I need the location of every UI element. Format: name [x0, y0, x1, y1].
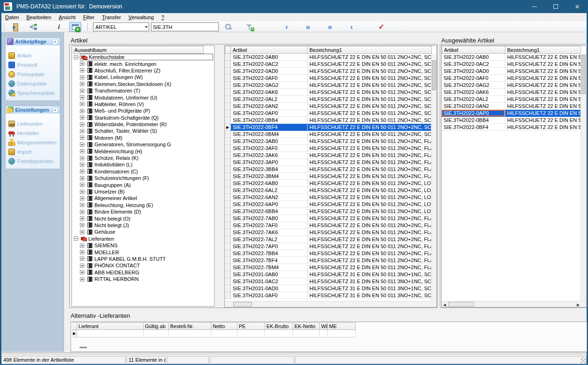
- selected-table-hscrollbar[interactable]: ◀ ▶: [442, 301, 581, 307]
- expander-icon[interactable]: −: [74, 236, 78, 241]
- menu-item-ansicht[interactable]: Ansicht: [55, 14, 79, 21]
- table-row[interactable]: SIE.3TH2022-7AL2HILFSSCHUETZ 22 E DIN EN…: [225, 236, 437, 243]
- tree-node[interactable]: +Nicht belegt (O): [72, 215, 214, 222]
- artikel-table-hscrollbar[interactable]: [225, 301, 432, 307]
- table-row[interactable]: SIE.3TH2022-3AP0HILFSSCHUETZ 22 E DIN EN…: [225, 159, 437, 166]
- sidebar-item-datenupdate[interactable]: Datenupdate: [8, 79, 60, 88]
- tree-node[interactable]: +MOELLER: [72, 249, 214, 255]
- table-row[interactable]: SIE.3TH2022-6AB0HILFSSCHUETZ 22 E DIN EN…: [225, 180, 437, 187]
- tree-node[interactable]: +LAPP KABEL G.M.B.H. STUTT: [72, 256, 214, 262]
- tree-column-header[interactable]: Auswahlbaum: [72, 46, 204, 54]
- tree-node[interactable]: +RITTAL HERBORN: [72, 276, 214, 282]
- move-all-right-button[interactable]: »: [302, 22, 314, 32]
- table-row[interactable]: SIE.3TH2022-0AG2HILFSSCHUETZ 22 E DIN EN…: [442, 82, 586, 89]
- resize-grip-icon[interactable]: [581, 358, 586, 363]
- info-button[interactable]: i: [53, 22, 65, 32]
- vscrollbar-thumb[interactable]: [432, 60, 436, 90]
- tree-node[interactable]: +Gehäuse: [72, 229, 214, 235]
- sidebar-item-hersteller[interactable]: Hersteller: [8, 129, 60, 138]
- move-left-button[interactable]: ‹: [345, 22, 358, 32]
- table-row[interactable]: SIE.3TH2022-3AK6HILFSSCHUETZ 22 E DIN EN…: [225, 152, 437, 159]
- table-row[interactable]: SIE.3TH2022-7AF0HILFSSCHUETZ 22 E DIN EN…: [225, 222, 437, 229]
- table-row[interactable]: SIE.3TH2022-0AC2HILFSSCHUETZ 22 E DIN EN…: [442, 61, 586, 68]
- tree-node[interactable]: +Baugruppen (A): [72, 181, 214, 188]
- selected-table-vscrollbar[interactable]: [581, 54, 586, 301]
- sidebar-item-protokoll[interactable]: Protokoll: [8, 60, 60, 70]
- tree-node[interactable]: +Modulatoren, Umformer (U): [72, 94, 214, 100]
- tree-node[interactable]: +Nicht belegt (J): [72, 222, 214, 229]
- tree-node[interactable]: +Motoren (M): [72, 135, 214, 141]
- move-all-left-button[interactable]: «: [324, 22, 336, 32]
- expander-icon[interactable]: +: [80, 196, 84, 200]
- hscrollbar-thumb[interactable]: [448, 302, 474, 307]
- tree-node[interactable]: +Generatoren, Stromversorgung G: [72, 141, 214, 148]
- sidebar-item-artikel[interactable]: Artikel: [8, 51, 60, 60]
- expander-icon[interactable]: +: [80, 257, 84, 261]
- tree-node[interactable]: +Meß- und Prüfgeräte (P): [72, 107, 214, 114]
- expander-icon[interactable]: +: [80, 136, 84, 140]
- exit-button[interactable]: [9, 22, 22, 32]
- tree-node[interactable]: +Umsetzer (B): [72, 188, 214, 195]
- table-row[interactable]: SIE.3TH2022-0AG2HILFSSCHUETZ 22 E DIN EN…: [225, 82, 437, 89]
- scroll-left-arrow-icon[interactable]: ◀: [442, 302, 447, 308]
- column-header-bezeichnung1[interactable]: Bezeichnung1: [505, 46, 581, 54]
- table-row[interactable]: SIE.3TH2022-0BB4HILFSSCHUETZ 22 E DIN EN…: [225, 117, 437, 124]
- menu-item-transfer[interactable]: Transfer: [98, 14, 125, 21]
- menu-item-bearbeiten[interactable]: Bearbeiten: [22, 14, 55, 21]
- tree-node[interactable]: +PHÖNIX CONTACT: [72, 262, 214, 269]
- expander-icon[interactable]: +: [80, 216, 84, 221]
- tree-node[interactable]: +Halbleiter, Röhren (V): [72, 101, 214, 107]
- expander-icon[interactable]: +: [80, 163, 84, 167]
- table-row[interactable]: SIE.3TH2022-0BF4HILFSSCHUETZ 22 E DIN EN…: [442, 124, 586, 131]
- table-row[interactable]: ▶SIE.3TH2022-0BF4HILFSSCHUETZ 22 E DIN E…: [225, 124, 437, 131]
- menu-item-daten[interactable]: Daten: [1, 14, 22, 21]
- tree-node[interactable]: −Kennbuchstabe: [72, 54, 214, 60]
- table-row[interactable]: SIE.3TH2022-0BM4HILFSSCHUETZ 22 E DIN EN…: [225, 131, 437, 138]
- vscrollbar-thumb[interactable]: [581, 55, 586, 94]
- sidebar-item-preisupdate[interactable]: Preisupdate: [8, 70, 60, 79]
- expander-icon[interactable]: +: [80, 102, 84, 106]
- table-row[interactable]: SIE.3TH2022-0AC2HILFSSCHUETZ 22 E DIN EN…: [225, 61, 437, 68]
- tree-node[interactable]: +Induktivitäten (L): [72, 161, 214, 168]
- tree-node[interactable]: +SIEMENS: [72, 242, 214, 249]
- table-row[interactable]: SIE.3TH2022-7BB4HILFSSCHUETZ 22 E DIN EN…: [225, 250, 437, 257]
- table-row[interactable]: SIE.3TH2022-0AF0HILFSSCHUETZ 22 E DIN EN…: [225, 75, 437, 82]
- sidebar-item-lieferanten[interactable]: Lieferanten: [8, 119, 60, 129]
- table-row[interactable]: ▶: [72, 330, 356, 337]
- column-header-artikel[interactable]: Artikel: [231, 46, 308, 54]
- table-row[interactable]: SIE.3TH2031-0AD0HILFSSCHUETZ 31 E DIN EN…: [225, 285, 437, 292]
- search-button[interactable]: [222, 22, 234, 32]
- sidebar-panel-header[interactable]: Artikelpflege«: [6, 38, 60, 45]
- table-row[interactable]: SIE.3TH2022-6AP0HILFSSCHUETZ 22 E DIN EN…: [225, 201, 437, 208]
- expander-icon[interactable]: +: [80, 176, 84, 180]
- expander-icon[interactable]: +: [80, 115, 84, 120]
- table-row[interactable]: SIE.3TH2022-6AN2HILFSSCHUETZ 22 E DIN EN…: [225, 194, 437, 201]
- expander-icon[interactable]: +: [80, 183, 84, 187]
- expander-icon[interactable]: +: [80, 156, 84, 160]
- expander-icon[interactable]: +: [80, 230, 84, 234]
- table-row[interactable]: SIE.3TH2022-0AB0HILFSSCHUETZ 22 E DIN EN…: [225, 54, 437, 61]
- expander-icon[interactable]: +: [80, 210, 84, 214]
- close-button[interactable]: ✕: [566, 0, 588, 13]
- minimize-button[interactable]: [523, 0, 545, 13]
- tree-node[interactable]: +Allgemeiner Artikel: [72, 195, 214, 201]
- confirm-button[interactable]: ✓: [375, 22, 387, 32]
- table-row[interactable]: SIE.3TH2022-6BB4HILFSSCHUETZ 22 E DIN EN…: [225, 208, 437, 215]
- tree-node[interactable]: +Kabel, Leitungen (W): [72, 74, 214, 80]
- table-row[interactable]: SIE.3TH2031-0AF0HILFSSCHUETZ 31 E DIN EN…: [225, 292, 437, 299]
- column-header-pe[interactable]: PE: [237, 322, 265, 330]
- category-combo[interactable]: ARTIKEL: [93, 22, 149, 31]
- table-row[interactable]: SIE.3TH2031-0AB0HILFSSCHUETZ 31 E DIN EN…: [225, 271, 437, 278]
- tree-node[interactable]: +Klemmen,Stecker,Steckdosen (X): [72, 81, 214, 87]
- expander-icon[interactable]: +: [80, 95, 84, 100]
- column-header-eknetto[interactable]: EK-Netto: [293, 322, 320, 330]
- table-row[interactable]: SIE.3TH2022-0AD0HILFSSCHUETZ 22 E DIN EN…: [225, 68, 437, 75]
- tree-node[interactable]: +Abschluß, Filter,Entzerrer (Z): [72, 67, 214, 74]
- column-header-lieferant[interactable]: Lieferant: [77, 322, 143, 330]
- alternativ-hscrollbar-thumb[interactable]: [79, 347, 87, 348]
- horizontal-splitter[interactable]: [1, 352, 587, 356]
- relations-button[interactable]: [27, 22, 39, 32]
- expander-icon[interactable]: +: [80, 109, 84, 113]
- menu-item-?[interactable]: ?: [158, 14, 168, 21]
- column-header-we[interactable]: WE: [320, 322, 328, 330]
